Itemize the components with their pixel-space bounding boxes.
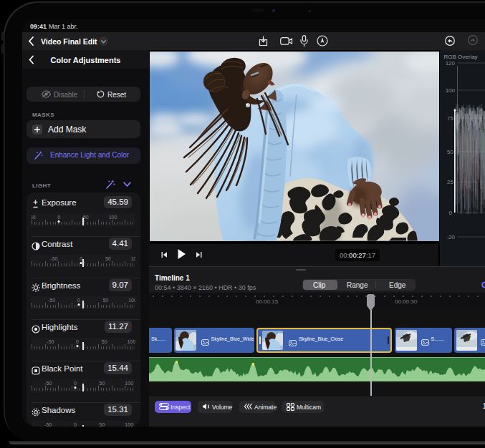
svg-text:-20: -20 xyxy=(446,234,455,240)
svg-text:25: 25 xyxy=(447,179,453,185)
svg-text:0: 0 xyxy=(448,210,452,216)
svg-text:75: 75 xyxy=(447,115,453,122)
svg-text:120: 120 xyxy=(445,60,455,67)
svg-text:100: 100 xyxy=(445,87,455,94)
svg-text:50: 50 xyxy=(447,149,453,155)
